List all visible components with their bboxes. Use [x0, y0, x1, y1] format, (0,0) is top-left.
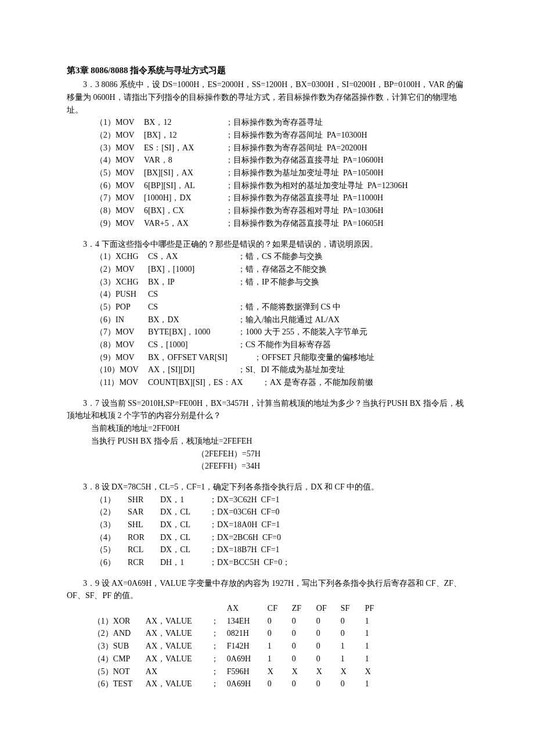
q38-rows: （1）SHRDX，1；DX=3C62H CF=1 （2）SARDX，CL；DX=… — [67, 494, 464, 569]
q37-a2: 当执行 PUSH BX 指令后，栈顶地址=2FEFEH — [91, 435, 464, 448]
q34-row: （4）PUSHCS — [95, 288, 464, 301]
q39-section: 3．9 设 AX=0A69H，VALUE 字变量中存放的内容为 1927H，写出… — [67, 577, 464, 690]
q38-row: （6）RCRDH，1；DX=BCC5H CF=0； — [95, 556, 464, 569]
q37-a4: （2FEFFH）=34H — [91, 460, 464, 473]
q34-row: （1）XCHGCS，AX；错，CS 不能参与交换 — [95, 250, 464, 263]
q37-a3: （2FEFEH）=57H — [91, 448, 464, 460]
q37-answers: 当前栈顶的地址=2FF00H 当执行 PUSH BX 指令后，栈顶地址=2FEF… — [67, 422, 464, 473]
q34-row: （6）INBX，DX；输入/输出只能通过 AL/AX — [95, 314, 464, 326]
q33-row: （3）MOVES：[SI]，AX；目标操作数为寄存器间址 PA=20200H — [95, 142, 464, 154]
q33-rows: （1）MOVBX，12；目标操作数为寄存器寻址 （2）MOV[BX]，12；目标… — [67, 116, 464, 229]
q33-section: 3．3 8086 系统中，设 DS=1000H，ES=2000H，SS=1200… — [67, 78, 464, 229]
q34-row: （2）MOV[BX]，[1000]；错，存储器之不能交换 — [95, 263, 464, 276]
q34-section: 3．4 下面这些指令中哪些是正确的？那些是错误的？如果是错误的，请说明原因。 （… — [67, 238, 464, 389]
q39-row: （5）NOTAX；F596HXXXXX — [93, 665, 464, 678]
q37-section: 3．7 设当前 SS=2010H,SP=FE00H，BX=3457H，计算当前栈… — [67, 397, 464, 473]
q34-intro: 3．4 下面这些指令中哪些是正确的？那些是错误的？如果是错误的，请说明原因。 — [67, 238, 464, 251]
q38-row: （1）SHRDX，1；DX=3C62H CF=1 — [95, 494, 464, 506]
q38-row: （4）RORDX，CL；DX=2BC6H CF=0 — [95, 531, 464, 544]
q39-row: （6）TESTAX，VALUE；0A69H00001 — [93, 678, 464, 690]
q33-intro: 3．3 8086 系统中，设 DS=1000H，ES=2000H，SS=1200… — [67, 78, 464, 116]
q34-row: （7）MOVBYTE[BX]，1000；1000 大于 255，不能装入字节单元 — [95, 326, 464, 339]
q39-row: （3）SUBAX，VALUE；F142H10011 — [93, 640, 464, 653]
q39-intro: 3．9 设 AX=0A69H，VALUE 字变量中存放的内容为 1927H，写出… — [67, 577, 464, 602]
q33-row: （9）MOVVAR+5，AX；目标操作数为存储器直接寻址 PA=10605H — [95, 217, 464, 230]
q33-row: （8）MOV6[BX]，CX；目标操作数为寄存器相对寻址 PA=10306H — [95, 204, 464, 217]
q39-table: AX CF ZF OF SF PF （1）XORAX，VALUE；134EH00… — [67, 602, 464, 690]
chapter-title: 第3章 8086/8088 指令系统与寻址方式习题 — [67, 64, 464, 77]
q33-row: （7）MOV[1000H]，DX；目标操作数为存储器直接寻址 PA=11000H — [95, 192, 464, 204]
q33-row: （5）MOV[BX][SI]，AX；目标操作数为基址加变址寻址 PA=10500… — [95, 167, 464, 179]
q37-a1: 当前栈顶的地址=2FF00H — [91, 422, 464, 435]
q39-row: （4）CMPAX，VALUE；0A69H10011 — [93, 653, 464, 665]
q38-row: （3）SHLDX，CL；DX=18A0H CF=1 — [95, 519, 464, 531]
q34-rows: （1）XCHGCS，AX；错，CS 不能参与交换 （2）MOV[BX]，[100… — [67, 250, 464, 389]
q34-row: （8）MOVCS，[1000]；CS 不能作为目标寄存器 — [95, 339, 464, 351]
q33-row: （4）MOVVAR，8；目标操作数为存储器直接寻址 PA=10600H — [95, 154, 464, 167]
q34-row: （5）POPCS；错，不能将数据弹到 CS 中 — [95, 301, 464, 314]
q33-row: （2）MOV[BX]，12；目标操作数为寄存器间址 PA=10300H — [95, 129, 464, 142]
q34-row: （9）MOVBX，OFFSET VAR[SI]；OFFSET 只能取变量的偏移地… — [95, 351, 464, 364]
q33-row: （6）MOV6[BP][SI]，AL；目标操作数为相对的基址加变址寻址 PA=1… — [95, 179, 464, 192]
q34-row: （3）XCHGBX，IP；错，IP 不能参与交换 — [95, 276, 464, 289]
q39-row: （2）ANDAX，VALUE；0821H00001 — [93, 627, 464, 640]
q33-row: （1）MOVBX，12；目标操作数为寄存器寻址 — [95, 116, 464, 129]
q38-intro: 3．8 设 DX=78C5H，CL=5，CF=1，确定下列各条指令执行后，DX … — [67, 481, 464, 494]
q38-row: （5）RCLDX，CL；DX=18B7H CF=1 — [95, 543, 464, 556]
q39-row: （1）XORAX，VALUE；134EH00001 — [93, 615, 464, 628]
q34-row: （11）MOVCOUNT[BX][SI]，ES：AX；AX 是寄存器，不能加段前… — [95, 376, 464, 389]
q38-section: 3．8 设 DX=78C5H，CL=5，CF=1，确定下列各条指令执行后，DX … — [67, 481, 464, 569]
q38-row: （2）SARDX，CL；DX=03C6H CF=0 — [95, 506, 464, 519]
q34-row: （10）MOVAX，[SI][DI]；SI、DI 不能成为基址加变址 — [95, 363, 464, 376]
q37-intro: 3．7 设当前 SS=2010H,SP=FE00H，BX=3457H，计算当前栈… — [67, 397, 464, 422]
document-page: 第3章 8086/8088 指令系统与寻址方式习题 3．3 8086 系统中，设… — [0, 0, 534, 756]
q39-header: AX CF ZF OF SF PF — [93, 602, 464, 615]
